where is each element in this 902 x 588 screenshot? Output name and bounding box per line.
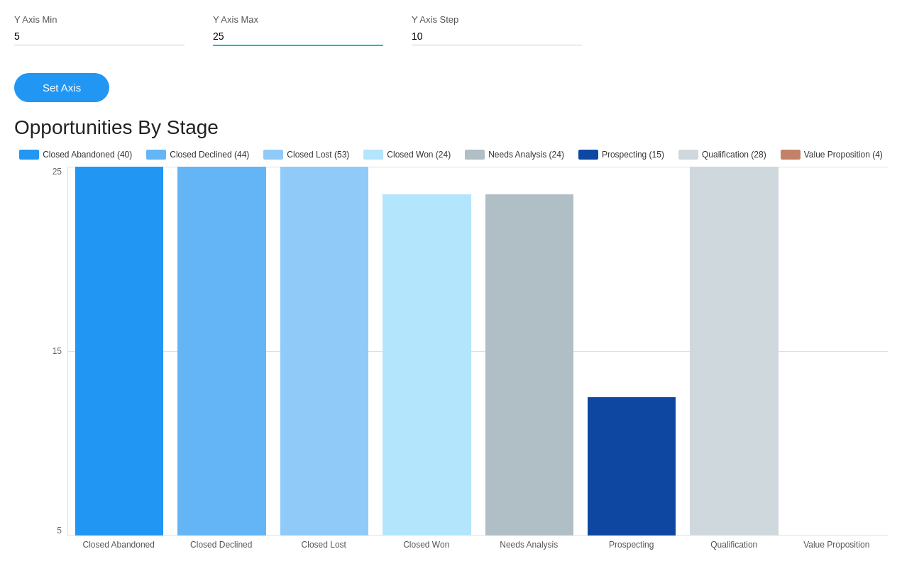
legend-color bbox=[781, 150, 801, 160]
bar bbox=[690, 167, 778, 536]
bars-container bbox=[68, 167, 888, 536]
bar bbox=[588, 397, 676, 536]
legend-color bbox=[678, 150, 698, 160]
chart-title: Opportunities By Stage bbox=[14, 116, 888, 139]
legend-color bbox=[146, 150, 166, 160]
legend-item: Needs Analysis (24) bbox=[465, 150, 564, 160]
bar-group bbox=[786, 167, 888, 536]
x-axis-label: Prospecting bbox=[581, 536, 683, 550]
bar-group bbox=[581, 167, 683, 536]
legend-label: Closed Abandoned (40) bbox=[43, 150, 132, 160]
legend-item: Prospecting (15) bbox=[578, 150, 664, 160]
y-axis-tick: 25 bbox=[53, 167, 62, 177]
x-axis-label: Closed Won bbox=[375, 536, 478, 550]
legend-item: Closed Lost (53) bbox=[263, 150, 349, 160]
y-axis-min-input[interactable] bbox=[14, 28, 185, 45]
legend-color bbox=[363, 150, 383, 160]
x-labels: Closed AbandonedClosed DeclinedClosed Lo… bbox=[67, 536, 888, 550]
bar-group bbox=[375, 167, 478, 536]
y-axis-min-label: Y Axis Min bbox=[14, 14, 185, 25]
legend-label: Needs Analysis (24) bbox=[488, 150, 564, 160]
axis-controls: Y Axis Min Y Axis Max Y Axis Step bbox=[14, 14, 888, 46]
legend-label: Qualification (28) bbox=[702, 150, 766, 160]
chart-wrapper: 51525 Closed AbandonedClosed DeclinedClo… bbox=[14, 167, 888, 550]
legend-item: Value Proposition (4) bbox=[781, 150, 883, 160]
bar-chart bbox=[67, 167, 888, 536]
legend-label: Closed Declined (44) bbox=[170, 150, 249, 160]
set-axis-button[interactable]: Set Axis bbox=[14, 73, 109, 102]
y-axis-max-input[interactable] bbox=[213, 28, 383, 46]
chart-legend: Closed Abandoned (40)Closed Declined (44… bbox=[14, 150, 888, 160]
x-axis-label: Needs Analysis bbox=[478, 536, 581, 550]
legend-color bbox=[465, 150, 485, 160]
bar-group bbox=[683, 167, 785, 536]
legend-label: Closed Lost (53) bbox=[287, 150, 349, 160]
bar bbox=[485, 194, 573, 536]
y-axis-step-input[interactable] bbox=[412, 28, 582, 45]
legend-item: Closed Abandoned (40) bbox=[19, 150, 132, 160]
y-axis-max-field: Y Axis Max bbox=[213, 14, 383, 46]
x-axis-label: Closed Declined bbox=[170, 536, 273, 550]
bar-group bbox=[478, 167, 581, 536]
legend-label: Value Proposition (4) bbox=[804, 150, 883, 160]
legend-label: Prospecting (15) bbox=[602, 150, 664, 160]
bar-group bbox=[170, 167, 273, 536]
y-axis-tick: 5 bbox=[57, 526, 62, 536]
y-axis-min-field: Y Axis Min bbox=[14, 14, 185, 45]
bar bbox=[383, 194, 471, 536]
y-axis-step-field: Y Axis Step bbox=[412, 14, 582, 45]
legend-color bbox=[263, 150, 283, 160]
y-axis-step-label: Y Axis Step bbox=[412, 14, 582, 25]
legend-label: Closed Won (24) bbox=[387, 150, 451, 160]
x-axis-label: Qualification bbox=[683, 536, 786, 550]
x-axis-label: Value Proposition bbox=[786, 536, 889, 550]
legend-color bbox=[19, 150, 39, 160]
legend-item: Qualification (28) bbox=[678, 150, 766, 160]
bar-group bbox=[68, 167, 170, 536]
y-axis-tick: 15 bbox=[53, 346, 62, 356]
x-axis-label: Closed Abandoned bbox=[67, 536, 170, 550]
bar bbox=[75, 167, 163, 536]
y-axis: 51525 bbox=[43, 167, 67, 536]
x-axis-label: Closed Lost bbox=[273, 536, 375, 550]
legend-item: Closed Won (24) bbox=[363, 150, 451, 160]
bar-group bbox=[273, 167, 375, 536]
legend-color bbox=[578, 150, 598, 160]
chart-area: 51525 bbox=[43, 167, 888, 536]
bar bbox=[280, 167, 368, 536]
legend-item: Closed Declined (44) bbox=[146, 150, 249, 160]
bar bbox=[177, 167, 265, 536]
y-axis-max-label: Y Axis Max bbox=[213, 14, 383, 25]
